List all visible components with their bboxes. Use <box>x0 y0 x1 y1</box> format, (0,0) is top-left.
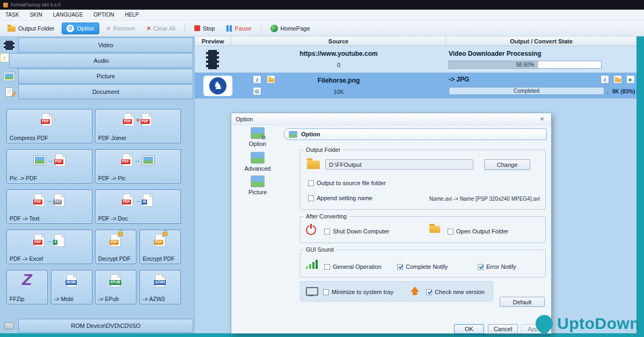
open-output-folder-checkbox[interactable] <box>448 229 453 235</box>
checkbox-error-notify[interactable]: Error Notify <box>478 263 516 270</box>
menubar: TASK SKIN LANGUAGE OPTION HELP <box>0 10 644 20</box>
tool-to-epub[interactable]: EPUB -> EPub <box>95 270 136 304</box>
checkbox-complete-notify[interactable]: Complete Notify <box>397 263 448 270</box>
tool-pdf-to-doc[interactable]: PDF → W PDF -> Doc <box>95 189 181 224</box>
sidebar: Video ♪ Audio Picture Document PD <box>0 36 194 333</box>
tool-pdf-to-excel[interactable]: PDF → X PDF -> Excel <box>6 230 92 264</box>
error-notify-checkbox[interactable] <box>478 264 484 270</box>
dialog-titlebar: Option × <box>231 113 551 125</box>
checkbox-output-source-folder[interactable]: Output to source file folder <box>308 180 386 186</box>
nav-item-option[interactable]: ⚙ Option <box>231 127 284 147</box>
general-operation-checkbox[interactable] <box>324 264 330 270</box>
tool-to-mobi[interactable]: MOBI -> Mobi <box>51 270 92 304</box>
tool-encrypt-pdf[interactable]: PDF Encrypt PDF <box>140 230 181 264</box>
tool-pdf-joiner[interactable]: PDF + PDF PDF Joiner <box>95 109 181 143</box>
stop-button[interactable]: Stop <box>190 24 219 33</box>
advanced-nav-icon <box>251 152 265 164</box>
nav-item-picture[interactable]: Picture <box>231 175 284 195</box>
category-picture[interactable]: Picture <box>18 69 193 84</box>
category-document[interactable]: Document <box>18 84 193 99</box>
change-button[interactable]: Change <box>484 159 530 170</box>
remove-button[interactable]: × Remove <box>103 23 140 34</box>
tool-pic-to-pdf[interactable]: → PDF Pic -> PDF <box>6 149 92 184</box>
after-converting-legend: After Converting <box>304 213 349 219</box>
close-icon[interactable]: × <box>537 115 547 123</box>
toolbar-separator <box>261 24 261 33</box>
tool-to-azw3[interactable]: AZW3 -> AZW3 <box>140 270 181 304</box>
shutdown-checkbox[interactable] <box>324 229 330 235</box>
checkbox-minimize-tray[interactable]: Minimize to system tray <box>323 289 393 295</box>
tool-compress-pdf[interactable]: PDF ↕ Compress PDF <box>6 109 92 143</box>
homepage-label: HomePage <box>281 25 310 32</box>
state-title: -> JPG <box>449 76 469 83</box>
progress-bar: 58.60% <box>449 61 602 69</box>
option-nav-icon: ⚙ <box>251 127 265 139</box>
output-folder-button[interactable]: Output Folder <box>3 23 58 33</box>
menu-language[interactable]: LANGUAGE <box>53 12 83 18</box>
menu-skin[interactable]: SKIN <box>30 12 42 18</box>
tool-pdf-to-text[interactable]: PDF → TXT PDF -> Text <box>6 189 92 224</box>
menu-task[interactable]: TASK <box>5 12 19 18</box>
checkbox-open-output-folder[interactable]: Open Output Folder <box>448 228 508 235</box>
option-button[interactable]: ⚙ Option <box>62 23 99 34</box>
menu-help[interactable]: HELP <box>125 12 139 18</box>
sound-bars-icon <box>306 259 319 269</box>
document-icon <box>0 84 18 99</box>
output-folder-group: Output Folder Change Output to source fi… <box>300 146 546 210</box>
category-audio[interactable]: Audio <box>9 53 193 68</box>
category-row-picture: Picture <box>0 69 194 84</box>
output-path-input[interactable] <box>325 159 473 170</box>
nav-item-advanced[interactable]: Advanced <box>231 152 284 172</box>
check-new-version-checkbox[interactable] <box>426 289 432 295</box>
progress-label: 58.60% <box>449 61 601 68</box>
cancel-button[interactable]: Cancel <box>488 324 518 334</box>
checkbox-shutdown[interactable]: Shut Down Computer <box>324 228 389 235</box>
source-size: 10K <box>231 89 446 95</box>
folder-icon <box>429 226 440 233</box>
rom-device-button[interactable]: ROM Device\DVD\CD\ISO <box>18 319 193 333</box>
clear-all-button[interactable]: × Clear All <box>143 23 180 34</box>
mobi-icon: MOBI <box>52 274 92 287</box>
rom-device-row: ROM Device\DVD\CD\ISO <box>0 319 194 333</box>
dialog-title: Option <box>236 116 253 122</box>
desktop-strip <box>636 36 644 333</box>
default-button[interactable]: Default <box>500 297 545 307</box>
queue-header: Preview Source Output / Convert State <box>195 36 636 46</box>
queue-row-youtube[interactable]: https://www.youtube.com 0 Video Download… <box>195 46 636 73</box>
video-preview-icon <box>206 50 219 69</box>
output-source-folder-checkbox[interactable] <box>308 180 314 186</box>
dialog-section-header: Option <box>284 128 547 140</box>
complete-notify-checkbox[interactable] <box>397 264 403 270</box>
queue-row-filehorse[interactable]: ♞ i ⚙ Filehorse.png 10K -> JPG i ▶ Compl… <box>195 73 636 99</box>
open-folder-button[interactable] <box>613 75 622 84</box>
tool-ffzip[interactable]: Z FFZip <box>6 270 48 304</box>
append-setting-name-checkbox[interactable] <box>308 195 314 201</box>
homepage-button[interactable]: HomePage <box>266 23 314 34</box>
header-state: Output / Convert State <box>446 36 636 46</box>
checkbox-general-operation[interactable]: General Operation <box>324 263 382 270</box>
minimize-tray-checkbox[interactable] <box>323 289 329 295</box>
tool-decrypt-pdf[interactable]: PDF Decrypt PDF <box>95 230 136 264</box>
checkbox-check-new-version[interactable]: Check new version <box>426 289 485 295</box>
gui-sound-group: GUI Sound General Operation Complete Not… <box>300 246 546 277</box>
header-preview: Preview <box>195 36 231 46</box>
rom-device-icon <box>0 319 18 333</box>
uptodown-watermark: UptoDown <box>536 314 640 333</box>
titlebar: FormatFactory x64 5.4.0 <box>0 0 644 10</box>
tool-pdf-to-pic[interactable]: PDF → PDF -> Pic <box>95 149 181 184</box>
category-row-audio: ♪ Audio <box>0 53 194 68</box>
ok-button[interactable]: OK <box>454 324 484 334</box>
source-size: 0 <box>231 62 446 68</box>
pause-button[interactable]: Pause <box>222 24 255 33</box>
header-source: Source <box>231 36 446 46</box>
info-button[interactable]: i <box>601 75 609 84</box>
category-video[interactable]: Video <box>18 38 193 53</box>
folder-icon <box>307 160 320 169</box>
checkbox-append-setting-name[interactable]: Append setting name <box>308 195 372 201</box>
folder-icon <box>8 26 16 32</box>
epub-icon: EPUB <box>96 274 136 287</box>
play-button[interactable]: ▶ <box>626 75 635 84</box>
pdf-to-excel-icon: PDF → X <box>7 234 92 247</box>
computer-icon <box>306 287 318 296</box>
menu-option[interactable]: OPTION <box>93 12 114 18</box>
